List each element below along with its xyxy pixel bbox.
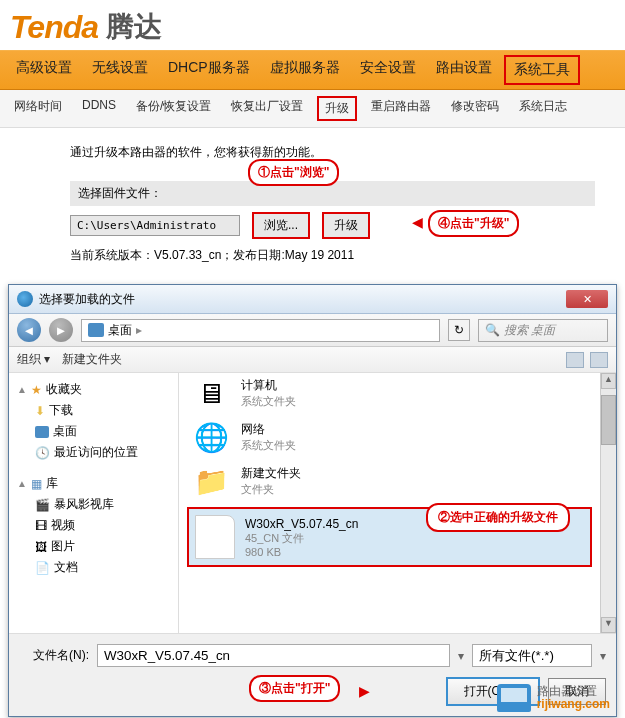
logo-area: Tenda 腾达 [0, 0, 625, 50]
scroll-thumb[interactable] [601, 395, 616, 445]
router-icon [497, 684, 531, 712]
subnav-reboot[interactable]: 重启路由器 [365, 96, 437, 121]
video-icon: 🎞 [35, 519, 47, 533]
watermark-line2: rijiwang.com [537, 697, 610, 711]
tree-libraries[interactable]: ▲▦库 [13, 473, 174, 494]
nav-dhcp[interactable]: DHCP服务器 [160, 55, 258, 85]
tree-favorites[interactable]: ▲★收藏夹 [13, 379, 174, 400]
filename-input[interactable] [97, 644, 450, 667]
recent-icon: 🕓 [35, 446, 50, 460]
selected-file-type: 45_CN 文件 [245, 531, 358, 546]
selected-file-size: 980 KB [245, 546, 358, 558]
dialog-sidebar: ▲★收藏夹 ⬇下载 桌面 🕓最近访问的位置 ▲▦库 🎬暴风影视库 🎞视频 🖼图片… [9, 373, 179, 633]
location-bar[interactable]: 桌面 ▸ [81, 319, 440, 342]
watermark: 路由器设置 rijiwang.com [497, 684, 610, 712]
arrow-icon: ▶ [359, 683, 370, 699]
download-icon: ⬇ [35, 404, 45, 418]
network-icon: 🌐 [191, 419, 231, 455]
file-list: 🖥 计算机系统文件夹 🌐 网络系统文件夹 📁 新建文件夹文件夹 ②选中正确的升级… [179, 373, 600, 633]
tree-downloads[interactable]: ⬇下载 [31, 400, 174, 421]
search-icon: 🔍 [485, 323, 500, 337]
file-network[interactable]: 🌐 网络系统文件夹 [187, 415, 592, 459]
subnav-factory[interactable]: 恢复出厂设置 [225, 96, 309, 121]
nav-routing[interactable]: 路由设置 [428, 55, 500, 85]
firmware-path-input[interactable] [70, 215, 240, 236]
upgrade-content: 通过升级本路由器的软件，您将获得新的功能。 选择固件文件： ①点击"浏览" 浏览… [0, 128, 625, 272]
file-icon [195, 515, 235, 559]
filetype-filter[interactable] [472, 644, 592, 667]
callout-1: ①点击"浏览" [248, 159, 339, 186]
star-icon: ★ [31, 383, 42, 397]
callout-4: ④点击"升级" [428, 210, 519, 237]
folder-icon: 📁 [191, 463, 231, 499]
scroll-down-button[interactable]: ▼ [601, 617, 616, 633]
intro-text: 通过升级本路由器的软件，您将获得新的功能。 [70, 144, 595, 161]
nav-wireless[interactable]: 无线设置 [84, 55, 156, 85]
new-folder-button[interactable]: 新建文件夹 [62, 351, 122, 368]
tree-videos[interactable]: 🎞视频 [31, 515, 174, 536]
selected-file-name: W30xR_V5.07.45_cn [245, 517, 358, 531]
location-text: 桌面 [108, 322, 132, 339]
select-firmware-label: 选择固件文件： ①点击"浏览" [70, 181, 595, 206]
view-icon[interactable] [566, 352, 584, 368]
picture-icon: 🖼 [35, 540, 47, 554]
subnav-password[interactable]: 修改密码 [445, 96, 505, 121]
desktop-icon [35, 426, 49, 438]
nav-security[interactable]: 安全设置 [352, 55, 424, 85]
upgrade-button[interactable]: 升级 [322, 212, 370, 239]
brand-logo: Tenda [10, 9, 98, 46]
sub-nav: 网络时间 DDNS 备份/恢复设置 恢复出厂设置 升级 重启路由器 修改密码 系… [0, 90, 625, 128]
refresh-button[interactable]: ↻ [448, 319, 470, 341]
subnav-upgrade[interactable]: 升级 [317, 96, 357, 121]
dialog-toolbar-2: 组织 ▾ 新建文件夹 [9, 347, 616, 373]
close-button[interactable]: ✕ [566, 290, 608, 308]
organize-menu[interactable]: 组织 ▾ [17, 351, 50, 368]
ie-icon [17, 291, 33, 307]
tree-storm[interactable]: 🎬暴风影视库 [31, 494, 174, 515]
dialog-titlebar[interactable]: 选择要加载的文件 ✕ [9, 285, 616, 314]
dialog-title: 选择要加载的文件 [39, 291, 560, 308]
callout-2: ②选中正确的升级文件 [426, 503, 570, 532]
tree-pictures[interactable]: 🖼图片 [31, 536, 174, 557]
help-icon[interactable] [590, 352, 608, 368]
library-icon: ▦ [31, 477, 42, 491]
desktop-icon [88, 323, 104, 337]
subnav-time[interactable]: 网络时间 [8, 96, 68, 121]
file-row: 浏览... 升级 ◀ ④点击"升级" [70, 210, 595, 241]
tree-recent[interactable]: 🕓最近访问的位置 [31, 442, 174, 463]
video-lib-icon: 🎬 [35, 498, 50, 512]
arrow-icon: ◀ [412, 214, 423, 230]
dialog-toolbar: ◄ ► 桌面 ▸ ↻ 🔍 搜索 桌面 [9, 314, 616, 347]
chevron-right-icon: ▸ [136, 323, 142, 337]
file-computer[interactable]: 🖥 计算机系统文件夹 [187, 373, 592, 415]
tree-documents[interactable]: 📄文档 [31, 557, 174, 578]
document-icon: 📄 [35, 561, 50, 575]
forward-button[interactable]: ► [49, 318, 73, 342]
subnav-ddns[interactable]: DDNS [76, 96, 122, 121]
file-list-scrollbar[interactable]: ▲ ▼ [600, 373, 616, 633]
subnav-backup[interactable]: 备份/恢复设置 [130, 96, 217, 121]
nav-system-tools[interactable]: 系统工具 [504, 55, 580, 85]
filename-label: 文件名(N): [19, 647, 89, 664]
tree-desktop[interactable]: 桌面 [31, 421, 174, 442]
dialog-body: ▲★收藏夹 ⬇下载 桌面 🕓最近访问的位置 ▲▦库 🎬暴风影视库 🎞视频 🖼图片… [9, 373, 616, 633]
browse-button[interactable]: 浏览... [252, 212, 310, 239]
callout-3: ③点击"打开" [249, 675, 340, 702]
search-input[interactable]: 🔍 搜索 桌面 [478, 319, 608, 342]
subnav-syslog[interactable]: 系统日志 [513, 96, 573, 121]
nav-advanced[interactable]: 高级设置 [8, 55, 80, 85]
back-button[interactable]: ◄ [17, 318, 41, 342]
main-nav: 高级设置 无线设置 DHCP服务器 虚拟服务器 安全设置 路由设置 系统工具 [0, 50, 625, 90]
scroll-up-button[interactable]: ▲ [601, 373, 616, 389]
version-text: 当前系统版本：V5.07.33_cn；发布日期:May 19 2011 [70, 247, 595, 264]
file-open-dialog: 选择要加载的文件 ✕ ◄ ► 桌面 ▸ ↻ 🔍 搜索 桌面 组织 ▾ 新建文件夹… [8, 284, 617, 717]
computer-icon: 🖥 [191, 375, 231, 411]
nav-virtual[interactable]: 虚拟服务器 [262, 55, 348, 85]
brand-cn: 腾达 [106, 8, 162, 46]
file-newfolder[interactable]: 📁 新建文件夹文件夹 [187, 459, 592, 503]
